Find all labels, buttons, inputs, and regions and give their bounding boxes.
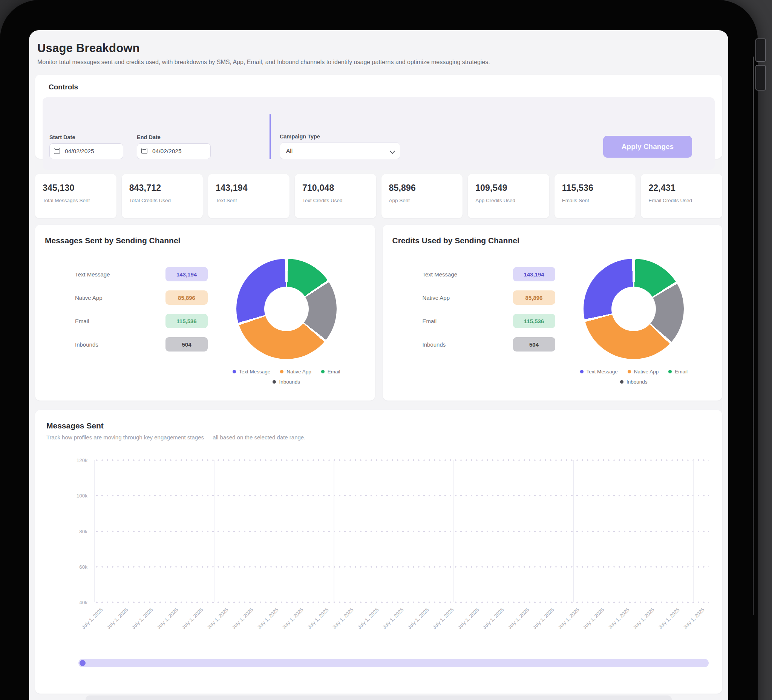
y-axis-tick-label: 80k [53, 528, 87, 534]
tablet-volume-up-button [756, 38, 766, 62]
y-axis-tick-label: 40k [53, 600, 87, 605]
page-header: Usage Breakdown Monitor total messages s… [35, 41, 722, 66]
legend-item: Text Message [580, 369, 618, 374]
channel-value-pill: 115,536 [513, 314, 555, 328]
x-axis-tick-label: July 1, 2025 [432, 607, 455, 630]
legend-dot-icon [628, 370, 631, 374]
stat-card: 115,536Emails Sent [554, 174, 636, 218]
messages-by-channel-title: Messages Sent by Sending Channel [45, 236, 365, 245]
section-divider-line [453, 460, 454, 602]
section-divider-line [214, 460, 214, 602]
donut-hole [264, 287, 309, 331]
legend-dot-icon [620, 380, 623, 384]
channel-rows: Text Message143,194Native App85,896Email… [422, 267, 555, 385]
messages-donut-chart [236, 259, 337, 359]
legend-label: Native App [634, 369, 659, 374]
legend-item: Inbounds [620, 379, 648, 385]
campaign-type-select[interactable]: All [280, 143, 400, 159]
page-subtitle: Monitor total messages sent and credits … [37, 59, 720, 66]
x-axis-tick-label: July 1, 2025 [682, 607, 706, 630]
legend-label: Native App [286, 369, 311, 374]
x-axis-tick-label: July 1, 2025 [356, 607, 379, 630]
stat-card: 710,048Text Credits Used [295, 174, 376, 218]
chart-scrollbar-track[interactable] [79, 659, 709, 667]
credits-by-channel-title: Credits Used by Sending Channel [393, 236, 713, 245]
stat-card: 843,712Total Credits Used [122, 174, 203, 218]
x-axis-tick-label: July 1, 2025 [406, 607, 430, 630]
credits-donut-chart [584, 259, 684, 359]
channel-row: Text Message143,194 [422, 267, 555, 281]
legend-dot-icon [668, 370, 672, 374]
x-axis-tick-label: July 1, 2025 [231, 607, 254, 630]
x-axis-tick-label: July 1, 2025 [306, 607, 329, 630]
legend-dot-icon [232, 370, 236, 374]
y-axis-tick-label: 120k [53, 457, 87, 463]
channel-label: Native App [422, 295, 513, 301]
x-axis-tick-label: July 1, 2025 [156, 607, 179, 630]
controls-divider [270, 114, 271, 159]
chevron-down-icon [390, 149, 395, 154]
next-section-peek [85, 695, 672, 700]
donut-legend: Text MessageNative AppEmailInbounds [224, 369, 349, 385]
legend-item: Email [668, 369, 688, 374]
stat-label: App Sent [389, 198, 455, 203]
donut-legend: Text MessageNative AppEmailInbounds [571, 369, 696, 385]
legend-item: Native App [628, 369, 659, 374]
stat-label: Text Credits Used [302, 198, 369, 203]
donut-row: Messages Sent by Sending Channel Text Me… [35, 225, 722, 400]
stat-value: 85,896 [389, 183, 455, 193]
channel-label: Email [75, 318, 165, 325]
stat-label: Total Messages Sent [43, 198, 109, 203]
controls-card: Controls Start Date End Date [35, 75, 722, 159]
x-axis-tick-label: July 1, 2025 [482, 607, 505, 630]
start-date-input[interactable] [49, 143, 123, 159]
channel-row: Email115,536 [75, 314, 208, 328]
stat-label: App Credits Used [475, 198, 542, 203]
stat-value: 22,431 [648, 183, 715, 193]
apply-changes-button[interactable]: Apply Changes [603, 136, 692, 157]
channel-label: Inbounds [75, 341, 165, 348]
legend-label: Email [327, 369, 340, 374]
stat-value: 345,130 [43, 183, 109, 193]
stat-card: 109,549App Credits Used [468, 174, 549, 218]
section-divider-line [693, 460, 693, 602]
backdrop: Usage Breakdown Monitor total messages s… [0, 0, 772, 700]
x-axis-tick-label: July 1, 2025 [607, 607, 630, 630]
channel-value-pill: 143,194 [165, 267, 208, 281]
x-axis-tick-label: July 1, 2025 [557, 607, 580, 630]
legend-dot-icon [321, 370, 325, 374]
legend-item: Email [321, 369, 340, 374]
section-divider-line [573, 460, 574, 602]
calendar-icon [141, 148, 147, 154]
channel-row: Native App85,896 [75, 290, 208, 305]
legend-label: Text Message [239, 369, 270, 374]
gridline [94, 566, 709, 567]
x-axis-tick-label: July 1, 2025 [657, 607, 680, 630]
controls-heading: Controls [49, 83, 715, 91]
end-date-field: End Date [137, 134, 211, 159]
channel-value-pill: 143,194 [513, 267, 555, 281]
x-axis-tick-label: July 1, 2025 [381, 607, 405, 630]
campaign-type-value: All [286, 148, 293, 154]
chart-scrollbar-thumb[interactable] [80, 660, 85, 666]
x-axis-tick-label: July 1, 2025 [106, 607, 129, 630]
legend-dot-icon [280, 370, 283, 374]
channel-row: Native App85,896 [422, 290, 555, 305]
messages-sent-subtitle: Track how profiles are moving through ke… [46, 434, 711, 441]
stat-card: 345,130Total Messages Sent [35, 174, 116, 218]
tablet-edge-highlight [753, 57, 754, 615]
start-date-field: Start Date [49, 134, 123, 159]
stat-value: 115,536 [562, 183, 628, 193]
stat-value: 710,048 [302, 183, 369, 193]
channel-row: Text Message143,194 [75, 267, 208, 281]
end-date-label: End Date [137, 134, 211, 140]
stat-label: Text Sent [216, 198, 282, 203]
channel-label: Native App [75, 295, 165, 301]
stat-card: 22,431Email Credits Used [641, 174, 722, 218]
end-date-input[interactable] [137, 143, 211, 159]
stat-card: 143,194Text Sent [208, 174, 290, 218]
y-axis-tick-label: 60k [53, 564, 87, 569]
x-axis-tick-label: July 1, 2025 [256, 607, 279, 630]
donut-hole [612, 287, 656, 331]
channel-row: Inbounds504 [75, 337, 208, 351]
